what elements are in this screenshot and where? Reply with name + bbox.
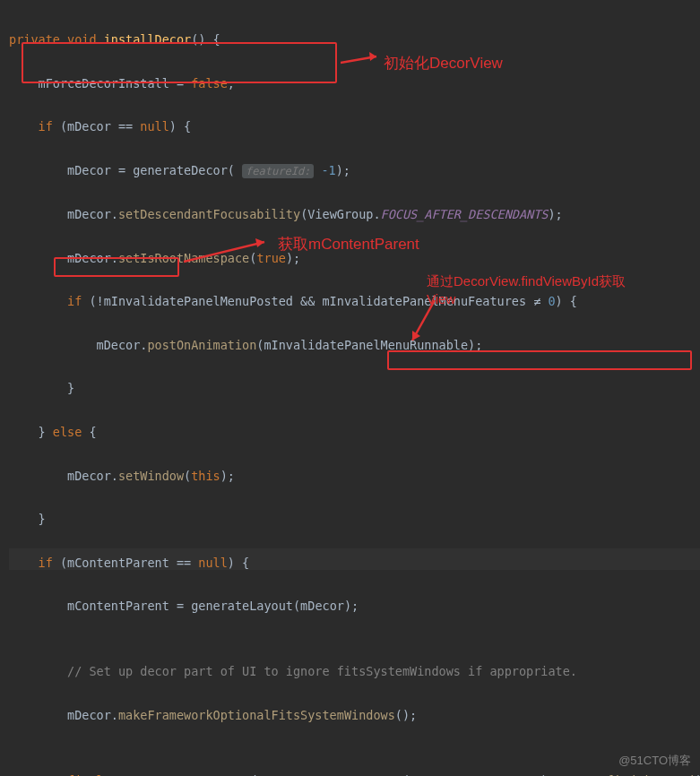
code-line: mContentParent = generateLayout(mDecor);: [9, 595, 700, 616]
code-line: if (!mInvalidatePanelMenuPosted && mInva…: [9, 290, 700, 312]
code-line: if (mContentParent == null) {: [9, 552, 700, 573]
code-line: }: [9, 508, 700, 530]
code-editor[interactable]: private void installDecor() { mForceDeco…: [9, 7, 700, 776]
code-line: }: [9, 377, 700, 399]
code-line: mForceDecorInstall = false;: [9, 73, 700, 94]
code-line: } else {: [9, 421, 700, 443]
code-line: mDecor.setIsRootNamespace(true);: [9, 247, 700, 269]
code-line: mDecor.makeFrameworkOptionalFitsSystemWi…: [9, 704, 700, 726]
code-line: if (mDecor == null) {: [9, 116, 700, 137]
code-line: // Set up decor part of UI to ignore fit…: [9, 660, 700, 682]
code-line: mDecor.setWindow(this);: [9, 465, 700, 487]
code-line: mDecor.setDescendantFocusability(ViewGro…: [9, 203, 700, 225]
code-line: private void installDecor() {: [9, 29, 700, 50]
code-line: mDecor.postOnAnimation(mInvalidatePanelM…: [9, 334, 700, 356]
code-line: mDecor = generateDecor( featureId: -1);: [9, 160, 700, 182]
watermark: @51CTO博客: [618, 750, 691, 771]
code-line: final DecorContentParent decorContentPar…: [9, 770, 700, 776]
